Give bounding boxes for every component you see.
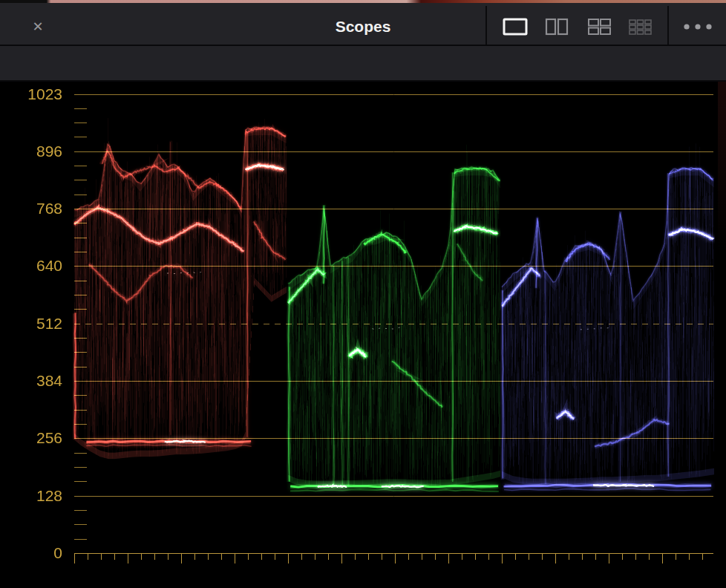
- titlebar: ✕ Scopes: [0, 3, 726, 45]
- grid-view-icon: [627, 17, 653, 36]
- four-up-view-icon: [586, 17, 612, 36]
- two-up-view-icon: [543, 17, 570, 36]
- window-title: Scopes: [0, 6, 726, 48]
- three-dots-icon: [681, 22, 714, 31]
- layout-grid-view-button[interactable]: [625, 16, 655, 37]
- waveform-parade-scope: 10238967686405123842561280: [0, 82, 726, 588]
- background-edge-sliver: [718, 82, 726, 364]
- single-view-icon: [502, 17, 529, 36]
- titlebar-separator: [667, 6, 669, 48]
- scopes-window: ✕ Scopes: [0, 0, 726, 588]
- layout-two-up-button[interactable]: [542, 16, 572, 37]
- layout-single-view-button[interactable]: [500, 16, 530, 37]
- titlebar-separator: [485, 6, 487, 48]
- waveform-canvas: [0, 82, 726, 588]
- more-options-button[interactable]: [677, 16, 719, 37]
- layout-four-up-button[interactable]: [584, 16, 614, 37]
- scope-toolbar: Parade: [0, 46, 726, 80]
